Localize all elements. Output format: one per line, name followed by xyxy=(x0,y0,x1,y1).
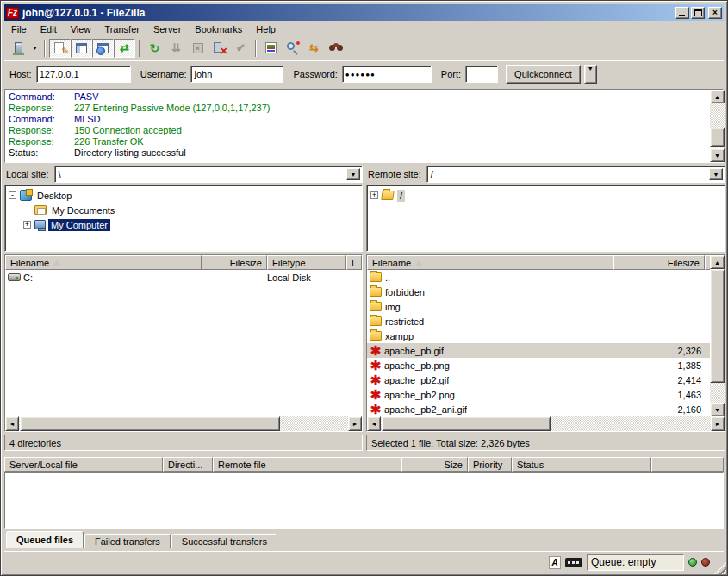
scroll-right-icon[interactable]: ► xyxy=(348,416,362,431)
port-input[interactable] xyxy=(465,66,498,83)
password-input[interactable] xyxy=(342,66,432,83)
filter-button[interactable] xyxy=(260,39,282,58)
file-row[interactable]: xampp xyxy=(367,329,710,343)
menu-view[interactable]: View xyxy=(64,22,98,36)
quickconnect-dropdown[interactable]: ▼ xyxy=(584,65,597,84)
remote-site-combobox[interactable]: / ▼ xyxy=(426,166,725,183)
menu-transfer[interactable]: Transfer xyxy=(97,22,146,36)
username-input[interactable] xyxy=(190,66,283,83)
remote-horizontal-scrollbar[interactable]: ◄ ► xyxy=(367,416,725,431)
column-filesize[interactable]: Filesize xyxy=(202,255,267,270)
maximize-button[interactable] xyxy=(691,7,705,19)
scrollbar-thumb[interactable] xyxy=(382,416,551,431)
file-row[interactable]: restricted xyxy=(367,314,710,329)
column-filetype[interactable]: Filetype xyxy=(267,255,346,270)
toolbar: ▼ ✎ ⇄ ↻ ⇊ × ✕ ✔ xyxy=(4,37,724,59)
file-row[interactable]: forbidden xyxy=(367,285,710,299)
expand-icon[interactable]: + xyxy=(370,191,378,199)
minimize-button[interactable] xyxy=(675,7,689,19)
status-bar: A Queue: empty xyxy=(4,551,724,573)
log-scrollbar[interactable]: ▲ ▼ xyxy=(710,90,725,162)
file-row[interactable]: ✱ apache_pb2.png 1,463 xyxy=(367,387,710,402)
file-row[interactable]: ✱ apache_pb2.gif 2,414 xyxy=(367,373,710,387)
file-row[interactable]: .. xyxy=(367,270,710,285)
site-manager-dropdown[interactable]: ▼ xyxy=(29,39,40,58)
remote-status-bar: Selected 1 file. Total size: 2,326 bytes xyxy=(366,435,725,451)
remote-vertical-scrollbar[interactable]: ▲ ▼ xyxy=(710,255,725,416)
file-row[interactable]: img xyxy=(367,299,710,314)
queue-body[interactable] xyxy=(4,472,724,529)
file-row[interactable]: ✱ apache_pb.png 1,385 xyxy=(367,358,710,373)
local-site-value: \ xyxy=(59,169,61,179)
column-direction[interactable]: Directi... xyxy=(163,457,213,472)
local-horizontal-scrollbar[interactable]: ◄ ► xyxy=(5,416,362,431)
scroll-down-icon[interactable]: ▼ xyxy=(710,403,725,416)
titlebar[interactable]: Fz john@127.0.0.1 - FileZilla × xyxy=(4,4,724,21)
column-filesize[interactable]: Filesize xyxy=(613,255,705,270)
data-type-indicator-icon[interactable]: A xyxy=(549,556,561,569)
toggle-transfer-queue-button[interactable]: ⇄ xyxy=(114,39,135,58)
message-log: Command:PASV Response:227 Entering Passi… xyxy=(4,89,724,163)
file-row-selected[interactable]: ✱ apache_pb.gif 2,326 xyxy=(367,343,710,358)
refresh-button[interactable]: ↻ xyxy=(144,39,165,58)
encryption-indicator-icon[interactable] xyxy=(565,558,582,567)
tab-successful-transfers[interactable]: Successful transfers xyxy=(171,534,277,548)
column-filename[interactable]: Filename xyxy=(367,255,613,270)
scroll-left-icon[interactable]: ◄ xyxy=(367,416,381,431)
cancel-operation-button[interactable]: × xyxy=(187,39,208,58)
scroll-up-icon[interactable]: ▲ xyxy=(710,90,725,103)
close-button[interactable]: × xyxy=(708,7,722,19)
disconnect-button[interactable]: ✕ xyxy=(208,39,230,58)
column-filename[interactable]: Filename xyxy=(5,255,202,270)
menu-help[interactable]: Help xyxy=(249,22,283,36)
synchronized-browsing-button[interactable]: ⇆ xyxy=(303,39,325,58)
tab-queued-files[interactable]: Queued files xyxy=(6,531,84,548)
scrollbar-thumb[interactable] xyxy=(710,128,725,147)
toggle-remote-tree-button[interactable] xyxy=(92,39,114,58)
toggle-message-log-button[interactable]: ✎ xyxy=(49,39,71,58)
directory-comparison-button[interactable] xyxy=(282,39,303,58)
file-row[interactable]: ✱ apache_pb2_ani.gif 2,160 xyxy=(367,402,710,416)
scroll-right-icon[interactable]: ► xyxy=(711,416,725,431)
folder-icon xyxy=(370,287,382,297)
remote-site-value: / xyxy=(431,169,433,179)
reconnect-button[interactable]: ✔ xyxy=(230,39,252,58)
collapse-icon[interactable]: - xyxy=(9,191,16,199)
expand-icon[interactable]: + xyxy=(23,221,31,229)
remote-file-list: Filename Filesize .. forbidden xyxy=(366,254,725,432)
quickconnect-button[interactable]: Quickconnect xyxy=(506,65,581,84)
local-site-combobox[interactable]: \ ▼ xyxy=(54,166,363,183)
column-remote-file[interactable]: Remote file xyxy=(213,457,401,472)
chevron-down-icon[interactable]: ▼ xyxy=(709,168,723,180)
tree-item-my-documents[interactable]: My Documents xyxy=(23,203,362,217)
column-server-local-file[interactable]: Server/Local file xyxy=(4,457,163,472)
menu-server[interactable]: Server xyxy=(146,22,188,36)
file-row-c-drive[interactable]: C: Local Disk xyxy=(5,270,362,285)
tab-failed-transfers[interactable]: Failed transfers xyxy=(84,534,171,548)
scrollbar-thumb[interactable] xyxy=(20,416,280,431)
tree-item-my-computer[interactable]: + My Computer xyxy=(23,217,362,232)
process-queue-button[interactable]: ⇊ xyxy=(165,39,187,58)
scroll-down-icon[interactable]: ▼ xyxy=(710,148,725,162)
find-files-button[interactable] xyxy=(325,39,346,58)
local-pane: Local site: \ ▼ - Desktop My Documents +… xyxy=(4,165,363,451)
menu-bookmarks[interactable]: Bookmarks xyxy=(188,22,249,36)
column-size[interactable]: Size xyxy=(401,457,468,472)
scroll-left-icon[interactable]: ◄ xyxy=(5,416,19,431)
host-input[interactable] xyxy=(36,66,131,83)
column-priority[interactable]: Priority xyxy=(468,457,512,472)
filezilla-window: Fz john@127.0.0.1 - FileZilla × File Edi… xyxy=(0,0,728,576)
log-line: Response:227 Entering Passive Mode (127,… xyxy=(9,103,706,114)
menu-file[interactable]: File xyxy=(4,22,34,36)
site-manager-button[interactable] xyxy=(8,39,29,58)
column-last-modified[interactable]: L xyxy=(346,255,362,270)
chevron-down-icon[interactable]: ▼ xyxy=(346,168,360,180)
column-status[interactable]: Status xyxy=(512,457,651,472)
scroll-up-icon[interactable]: ▲ xyxy=(710,255,725,269)
menu-edit[interactable]: Edit xyxy=(34,22,64,36)
toggle-local-tree-button[interactable] xyxy=(71,39,92,58)
tree-item-root[interactable]: + / xyxy=(370,188,725,203)
scrollbar-thumb[interactable] xyxy=(710,269,725,383)
folder-icon xyxy=(370,272,382,282)
tree-item-desktop[interactable]: - Desktop xyxy=(9,188,362,203)
